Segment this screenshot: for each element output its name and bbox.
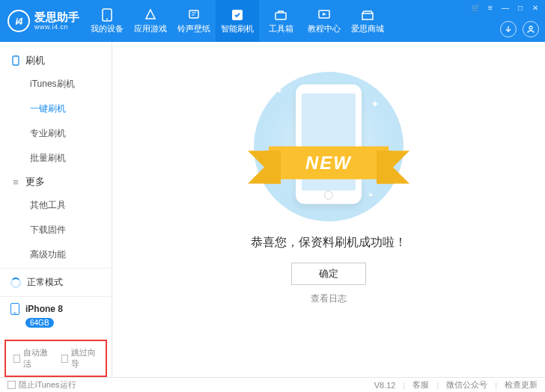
spinner-icon xyxy=(10,278,21,288)
ok-button[interactable]: 确定 xyxy=(291,263,366,285)
device-icon xyxy=(10,303,19,315)
checkbox-icon xyxy=(7,381,16,389)
phone-icon xyxy=(100,8,115,22)
tutorial-icon xyxy=(317,8,332,22)
wechat-link[interactable]: 微信公众号 xyxy=(446,379,487,391)
device-name: iPhone 8 xyxy=(25,304,63,314)
sidebar-item-download-fw[interactable]: 下载固件 xyxy=(30,218,112,242)
checkbox-icon xyxy=(13,355,20,363)
logo-mark: i4 xyxy=(7,10,30,32)
sidebar-section-flash: 刷机 xyxy=(0,49,112,72)
app-header: i4 爱思助手 www.i4.cn 我的设备 应用游戏 铃声壁纸 智能刷机 工具… xyxy=(0,0,545,42)
sidebar-section-title: 更多 xyxy=(25,175,45,189)
support-link[interactable]: 客服 xyxy=(412,379,429,391)
menu-icon[interactable]: ≡ xyxy=(485,3,496,12)
nav-my-device[interactable]: 我的设备 xyxy=(85,0,129,42)
list-icon: ≡ xyxy=(10,177,21,188)
nav-apps[interactable]: 应用游戏 xyxy=(129,0,172,42)
user-icon[interactable] xyxy=(523,21,539,37)
checkbox-label: 跳过向导 xyxy=(71,347,98,370)
status-bar: 阻止iTunes运行 V8.12 | 客服 | 微信公众号 | 检查更新 xyxy=(0,377,545,392)
minimize-icon[interactable]: — xyxy=(500,3,511,12)
sidebar-item-pro-flash[interactable]: 专业刷机 xyxy=(30,121,112,146)
main-panel: ✦ ✦ ✦ ✦ NEW 恭喜您，保资料刷机成功啦！ 确定 查看日志 xyxy=(112,42,545,377)
svg-rect-4 xyxy=(275,13,286,19)
sidebar: 刷机 iTunes刷机 一键刷机 专业刷机 批量刷机 ≡ 更多 其他工具 下载固… xyxy=(0,42,112,377)
checkbox-label: 自动激活 xyxy=(23,347,50,370)
app-logo: i4 爱思助手 www.i4.cn xyxy=(7,10,79,32)
nav-label: 爱思商城 xyxy=(351,23,384,34)
svg-rect-8 xyxy=(13,56,19,65)
nav-label: 教程中心 xyxy=(308,23,341,34)
svg-rect-6 xyxy=(362,13,373,19)
nav-label: 工具箱 xyxy=(269,23,293,34)
phone-outline-icon xyxy=(10,55,21,66)
nav-label: 智能刷机 xyxy=(221,23,254,34)
nav-label: 铃声壁纸 xyxy=(177,23,210,34)
sidebar-item-itunes-flash[interactable]: iTunes刷机 xyxy=(30,72,112,97)
sidebar-item-advanced[interactable]: 高级功能 xyxy=(30,242,112,267)
version-text: V8.12 xyxy=(374,381,396,390)
app-name: 爱思助手 xyxy=(34,11,79,24)
store-icon xyxy=(360,8,375,22)
sidebar-section-more: ≡ 更多 xyxy=(0,171,112,193)
nav-tutorial[interactable]: 教程中心 xyxy=(302,0,346,42)
device-mode-status[interactable]: 正常模式 xyxy=(0,269,112,297)
svg-point-1 xyxy=(106,18,108,19)
block-itunes-checkbox[interactable]: 阻止iTunes运行 xyxy=(7,379,76,391)
checkbox-icon xyxy=(61,355,68,363)
nav-label: 我的设备 xyxy=(91,23,124,34)
nav-flash[interactable]: 智能刷机 xyxy=(216,0,259,42)
nav-ringtone[interactable]: 铃声壁纸 xyxy=(172,0,216,42)
checkbox-label: 阻止iTunes运行 xyxy=(19,379,76,391)
download-icon[interactable] xyxy=(500,21,517,37)
success-message: 恭喜您，保资料刷机成功啦！ xyxy=(112,235,545,251)
flash-icon xyxy=(230,8,245,22)
success-illustration: ✦ ✦ ✦ ✦ NEW xyxy=(254,72,404,221)
sidebar-item-other-tools[interactable]: 其他工具 xyxy=(30,193,112,218)
nav-label: 应用游戏 xyxy=(134,23,167,34)
skip-wizard-checkbox[interactable]: 跳过向导 xyxy=(61,347,99,370)
ringtone-icon xyxy=(186,8,201,22)
window-controls: 🛒 ≡ — □ ✕ xyxy=(470,3,541,12)
close-icon[interactable]: ✕ xyxy=(530,3,541,12)
auto-activate-checkbox[interactable]: 自动激活 xyxy=(13,347,51,370)
device-card[interactable]: iPhone 8 64GB xyxy=(0,297,112,337)
header-right xyxy=(500,21,539,37)
check-update-link[interactable]: 检查更新 xyxy=(505,379,538,391)
toolbox-icon xyxy=(273,8,288,22)
sidebar-item-oneclick-flash[interactable]: 一键刷机 xyxy=(30,97,112,121)
svg-point-7 xyxy=(529,26,532,29)
storage-badge: 64GB xyxy=(25,318,54,328)
nav-toolbox[interactable]: 工具箱 xyxy=(259,0,302,42)
sidebar-section-title: 刷机 xyxy=(25,54,45,67)
bottom-options-highlight: 自动激活 跳过向导 xyxy=(4,340,107,377)
app-site: www.i4.cn xyxy=(34,23,79,31)
svg-rect-2 xyxy=(189,10,198,18)
cart-icon[interactable]: 🛒 xyxy=(470,3,481,12)
sidebar-item-batch-flash[interactable]: 批量刷机 xyxy=(30,146,112,171)
apps-icon xyxy=(143,8,158,22)
status-text: 正常模式 xyxy=(27,276,63,289)
maximize-icon[interactable]: □ xyxy=(515,3,526,12)
nav-store[interactable]: 爱思商城 xyxy=(346,0,389,42)
view-log-link[interactable]: 查看日志 xyxy=(112,293,545,305)
ribbon-new: NEW xyxy=(269,147,389,180)
top-nav: 我的设备 应用游戏 铃声壁纸 智能刷机 工具箱 教程中心 爱思商城 xyxy=(85,0,389,42)
